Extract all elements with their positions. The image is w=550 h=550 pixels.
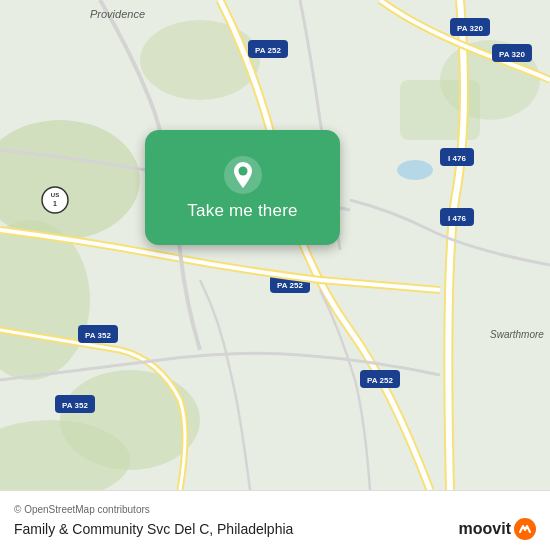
place-name-label: Family & Community Svc Del C, Philadelph… <box>14 521 293 537</box>
svg-text:Swarthmore: Swarthmore <box>490 329 544 340</box>
take-me-there-button[interactable]: Take me there <box>145 130 340 245</box>
svg-text:PA 320: PA 320 <box>457 24 483 33</box>
svg-text:Providence: Providence <box>90 8 145 20</box>
svg-text:PA 252: PA 252 <box>367 376 393 385</box>
svg-text:US: US <box>51 192 59 198</box>
svg-point-8 <box>397 160 433 180</box>
svg-text:I 476: I 476 <box>448 214 466 223</box>
svg-text:PA 252: PA 252 <box>255 46 281 55</box>
location-pin-icon <box>223 155 263 195</box>
moovit-brand-text: moovit <box>459 520 511 538</box>
svg-text:PA 352: PA 352 <box>85 331 111 340</box>
svg-text:PA 252: PA 252 <box>277 281 303 290</box>
bottom-bar: © OpenStreetMap contributors Family & Co… <box>0 490 550 550</box>
map-view: I 476 I 476 PA 252 PA 252 PA 252 PA 320 … <box>0 0 550 490</box>
svg-text:I 476: I 476 <box>448 154 466 163</box>
moovit-logo: moovit <box>459 518 536 540</box>
svg-point-33 <box>238 166 247 175</box>
svg-text:PA 352: PA 352 <box>62 401 88 410</box>
take-me-there-label: Take me there <box>187 201 297 221</box>
moovit-dot-icon <box>514 518 536 540</box>
map-attribution: © OpenStreetMap contributors <box>14 504 536 515</box>
svg-text:1: 1 <box>53 200 57 207</box>
svg-text:PA 320: PA 320 <box>499 50 525 59</box>
